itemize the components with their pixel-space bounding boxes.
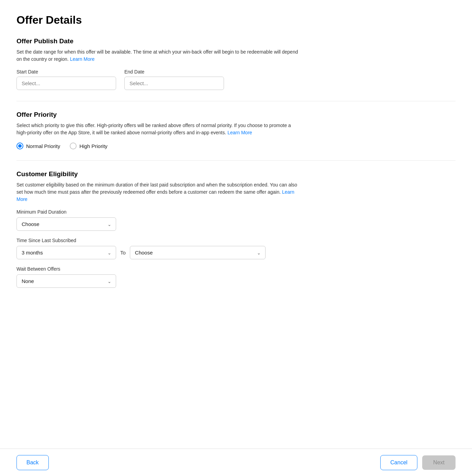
customer-eligibility-desc: Set customer eligibility based on the mi… <box>16 181 298 203</box>
high-priority-label[interactable]: High Priority <box>70 143 108 149</box>
priority-radio-group: Normal Priority High Priority <box>16 143 456 149</box>
time-since-to-select[interactable]: Choose 1 month 2 months 3 months 6 month… <box>130 246 266 259</box>
wait-between-dropdown-wrapper: None 1 month 2 months 3 months 6 months … <box>16 274 116 288</box>
offer-priority-title: Offer Priority <box>16 111 456 118</box>
time-since-row: 1 month 2 months 3 months 6 months 1 yea… <box>16 246 456 259</box>
page-container: Offer Details Offer Publish Date Set the… <box>0 0 472 476</box>
page-title: Offer Details <box>16 14 456 26</box>
min-paid-duration-dropdown-wrapper: Choose 1 month 2 months 3 months 6 month… <box>16 217 116 231</box>
min-paid-duration-select[interactable]: Choose 1 month 2 months 3 months 6 month… <box>16 217 116 231</box>
offer-priority-learn-more[interactable]: Learn More <box>227 130 252 135</box>
offer-publish-date-desc: Set the date range for when this offer w… <box>16 48 298 63</box>
cancel-button[interactable]: Cancel <box>380 455 417 470</box>
back-button[interactable]: Back <box>16 455 49 470</box>
offer-priority-desc: Select which priority to give this offer… <box>16 122 298 136</box>
footer: Back Cancel Next <box>0 449 472 476</box>
high-priority-radio[interactable] <box>70 143 77 149</box>
normal-priority-text: Normal Priority <box>26 143 60 149</box>
wait-between-wrapper: Wait Between Offers None 1 month 2 month… <box>16 266 456 288</box>
customer-eligibility-title: Customer Eligibility <box>16 170 456 178</box>
wait-between-label: Wait Between Offers <box>16 266 456 272</box>
time-since-wrapper: Time Since Last Subscribed 1 month 2 mon… <box>16 238 456 259</box>
end-date-input[interactable] <box>124 77 224 90</box>
start-date-label: Start Date <box>16 69 116 75</box>
divider-1 <box>16 101 456 101</box>
time-since-from-select[interactable]: 1 month 2 months 3 months 6 months 1 yea… <box>16 246 116 259</box>
normal-priority-label[interactable]: Normal Priority <box>16 143 60 149</box>
offer-publish-date-title: Offer Publish Date <box>16 37 456 45</box>
next-button[interactable]: Next <box>422 455 456 470</box>
to-label: To <box>120 250 126 256</box>
end-date-label: End Date <box>124 69 224 75</box>
time-since-to-dropdown-wrapper: Choose 1 month 2 months 3 months 6 month… <box>130 246 266 259</box>
time-since-label: Time Since Last Subscribed <box>16 238 456 243</box>
normal-priority-radio[interactable] <box>16 143 23 149</box>
customer-eligibility-section: Customer Eligibility Set customer eligib… <box>16 170 456 288</box>
divider-2 <box>16 160 456 161</box>
offer-publish-date-learn-more[interactable]: Learn More <box>70 56 95 62</box>
high-priority-text: High Priority <box>79 143 108 149</box>
min-paid-duration-wrapper: Minimum Paid Duration Choose 1 month 2 m… <box>16 209 456 231</box>
wait-between-select[interactable]: None 1 month 2 months 3 months 6 months <box>16 274 116 288</box>
offer-priority-section: Offer Priority Select which priority to … <box>16 111 456 149</box>
time-since-from-dropdown-wrapper: 1 month 2 months 3 months 6 months 1 yea… <box>16 246 116 259</box>
start-date-input[interactable] <box>16 77 116 90</box>
start-date-field: Start Date <box>16 69 116 90</box>
end-date-field: End Date <box>124 69 224 90</box>
date-row: Start Date End Date <box>16 69 456 90</box>
offer-publish-date-section: Offer Publish Date Set the date range fo… <box>16 37 456 90</box>
min-paid-duration-label: Minimum Paid Duration <box>16 209 456 215</box>
footer-right: Cancel Next <box>380 455 456 470</box>
